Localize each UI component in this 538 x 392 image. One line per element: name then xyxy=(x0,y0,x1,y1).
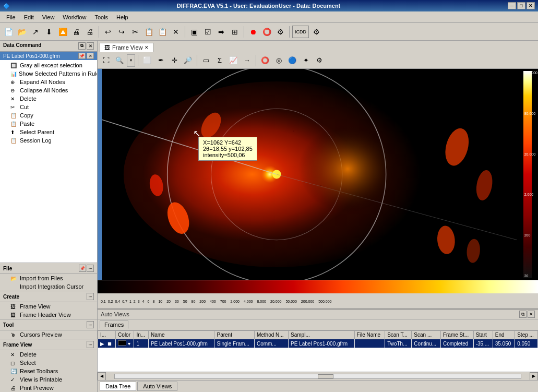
menu-edit[interactable]: Edit xyxy=(20,13,38,21)
ft-ring2[interactable]: 🔵 xyxy=(286,54,298,67)
fv-select[interactable]: ◻ Select xyxy=(0,359,97,367)
ctx-copy[interactable]: 📋 Copy xyxy=(0,111,97,120)
frames-tab[interactable]: Frames xyxy=(100,320,128,329)
frame-image[interactable]: X=1062 Y=642 2θ=18,55 y=102,85 intensity… xyxy=(102,69,517,280)
undo-button[interactable]: ↩ xyxy=(102,26,114,38)
toolbar-btn-settings[interactable]: ⚙ xyxy=(274,26,286,38)
ft-move[interactable]: ✛ xyxy=(168,54,181,67)
scroll-left[interactable]: ◀ xyxy=(98,372,106,381)
fv-delete[interactable]: ✕ Delete xyxy=(0,350,97,359)
file-section-close[interactable]: ··· xyxy=(87,265,94,272)
frame-view-section-menu[interactable]: ··· xyxy=(87,341,94,348)
toolbar-btn-check[interactable]: ☑ xyxy=(201,26,214,38)
session-log-icon: 📋 xyxy=(10,138,18,144)
minimize-button[interactable]: ─ xyxy=(508,2,516,9)
ft-cog[interactable]: ⚙ xyxy=(313,54,326,67)
toolbar-btn-frame[interactable]: ▣ xyxy=(188,26,200,38)
copy-button[interactable]: 📋 xyxy=(142,26,155,38)
tool-section-menu[interactable]: ··· xyxy=(87,321,94,328)
toolbar-btn-arrow[interactable]: ➡ xyxy=(215,26,228,38)
ft-zoom-dropdown[interactable]: ▾ xyxy=(127,54,135,67)
ft-rect[interactable]: ▭ xyxy=(200,54,212,67)
th-sample: Sampl... xyxy=(289,331,355,339)
gray-except-icon: 🔲 xyxy=(10,63,18,68)
fv-view-printable[interactable]: ✓ View is Printable xyxy=(0,375,97,384)
ft-arrow[interactable]: → xyxy=(241,54,253,67)
toolbar-btn-3[interactable]: ↗ xyxy=(29,26,42,38)
ctx-expand-all[interactable]: ⊕ Expand All Nodes xyxy=(0,78,97,86)
h-scrollbar[interactable]: ◀ ▶ xyxy=(98,372,538,380)
file-section-pin[interactable]: 📌 xyxy=(79,265,86,272)
ft-cursor[interactable]: 🔎 xyxy=(182,54,194,67)
icdd-button[interactable]: ICDD xyxy=(292,26,309,38)
table-row[interactable]: ▶ ⏹ ▾ 1 PE Label Pos1-000.gfrm Single Fr… xyxy=(98,339,538,348)
menu-tools[interactable]: Tools xyxy=(90,13,112,21)
menu-help[interactable]: Help xyxy=(112,13,133,21)
panel-float-btn[interactable]: ⧉ xyxy=(78,42,86,50)
open-button[interactable]: 📂 xyxy=(16,26,28,38)
fv-print-preview[interactable]: 🖨 Print Preview xyxy=(0,384,97,392)
print2-button[interactable]: 🖨 xyxy=(83,26,96,38)
new-button[interactable]: 📄 xyxy=(2,26,15,38)
ctx-cut[interactable]: ✂ Cut xyxy=(0,103,97,111)
menu-file[interactable]: File xyxy=(2,13,20,21)
ft-star[interactable]: ✦ xyxy=(300,54,312,67)
ft-ring1[interactable]: ◎ xyxy=(272,54,285,67)
ctx-session-log[interactable]: 📋 Session Log xyxy=(0,136,97,145)
auto-views-tab[interactable]: Auto Views xyxy=(137,382,177,391)
ctx-paste[interactable]: 📋 Paste xyxy=(0,120,97,128)
node-close-btn[interactable]: ✕ xyxy=(87,53,94,59)
fv-reset-toolbars[interactable]: 🔄 Reset Toolbars xyxy=(0,367,97,375)
menu-view[interactable]: View xyxy=(38,13,59,21)
color-dropdown-arrow[interactable]: ▾ xyxy=(128,341,130,347)
ctx-collapse-all[interactable]: ⊖ Collapse All Nodes xyxy=(0,86,97,94)
scroll-track[interactable] xyxy=(114,374,521,379)
node-pin-btn[interactable]: 📌 xyxy=(78,53,86,59)
play-icon[interactable]: ▶ xyxy=(100,341,104,347)
frame-view-tab[interactable]: 🖼 Frame View ✕ xyxy=(100,43,153,52)
ctx-select-parent[interactable]: ⬆ Select Parent xyxy=(0,128,97,136)
toolbar-btn-4[interactable]: ⬇ xyxy=(43,26,55,38)
ft-sigma[interactable]: Σ xyxy=(213,54,226,67)
tool-section-label: Tool ··· xyxy=(0,319,97,330)
ctx-delete[interactable]: ✕ Delete xyxy=(0,94,97,103)
import-integration-cursor[interactable]: Import Integration Cursor xyxy=(0,282,97,291)
bp-float-btn[interactable]: ⧉ xyxy=(519,311,527,318)
scroll-right[interactable]: ▶ xyxy=(530,372,538,381)
ft-circle[interactable]: ⭕ xyxy=(259,54,271,67)
data-tree-tab[interactable]: Data Tree xyxy=(100,382,136,391)
stop-icon[interactable]: ⏹ xyxy=(107,341,112,347)
scroll-thumb[interactable] xyxy=(318,374,333,378)
menu-workflow[interactable]: Workflow xyxy=(58,13,90,21)
ft-chart[interactable]: 📈 xyxy=(227,54,240,67)
record-button[interactable]: ⏺ xyxy=(247,26,259,38)
ruler-gradient xyxy=(98,280,538,293)
ft-zoom-in[interactable]: 🔍 xyxy=(113,54,126,67)
tab-close-btn[interactable]: ✕ xyxy=(145,45,149,50)
ctx-gray-except[interactable]: 🔲 Gray all except selection xyxy=(0,61,97,69)
panel-close-btn[interactable]: ✕ xyxy=(87,42,94,50)
bp-close-btn[interactable]: ✕ xyxy=(528,311,535,318)
ft-pen[interactable]: ✒ xyxy=(154,54,167,67)
delete-button[interactable]: ✕ xyxy=(170,26,182,38)
cursors-preview[interactable]: 🖱 Cursors Preview xyxy=(0,330,97,339)
maximize-button[interactable]: □ xyxy=(517,2,525,9)
ft-zoom-fit[interactable]: ⛶ xyxy=(100,54,112,67)
create-section-menu[interactable]: ··· xyxy=(87,293,94,300)
import-from-files[interactable]: 📂 Import from Files xyxy=(0,274,97,282)
rn-3: 3 xyxy=(137,300,141,303)
create-frame-view[interactable]: 🖼 Frame View xyxy=(0,302,97,311)
redo-button[interactable]: ↪ xyxy=(115,26,128,38)
paste-button[interactable]: 📋 xyxy=(156,26,169,38)
td-step: 0.050 xyxy=(515,339,538,348)
cut-button[interactable]: ✂ xyxy=(129,26,141,38)
toolbar-btn-5[interactable]: 🔼 xyxy=(56,26,69,38)
create-frame-header[interactable]: 🖼 Frame Header View xyxy=(0,311,97,319)
toolbar-btn-grid[interactable]: ⊞ xyxy=(229,26,241,38)
print-button[interactable]: 🖨 xyxy=(70,26,82,38)
toolbar-btn-circle[interactable]: ⭕ xyxy=(260,26,273,38)
gear-button[interactable]: ⚙ xyxy=(310,26,322,38)
ft-select[interactable]: ⬜ xyxy=(141,54,153,67)
close-button[interactable]: ✕ xyxy=(527,2,535,9)
ctx-show-patterns[interactable]: 📊 Show Selected Patterns in Ruler xyxy=(0,69,97,78)
